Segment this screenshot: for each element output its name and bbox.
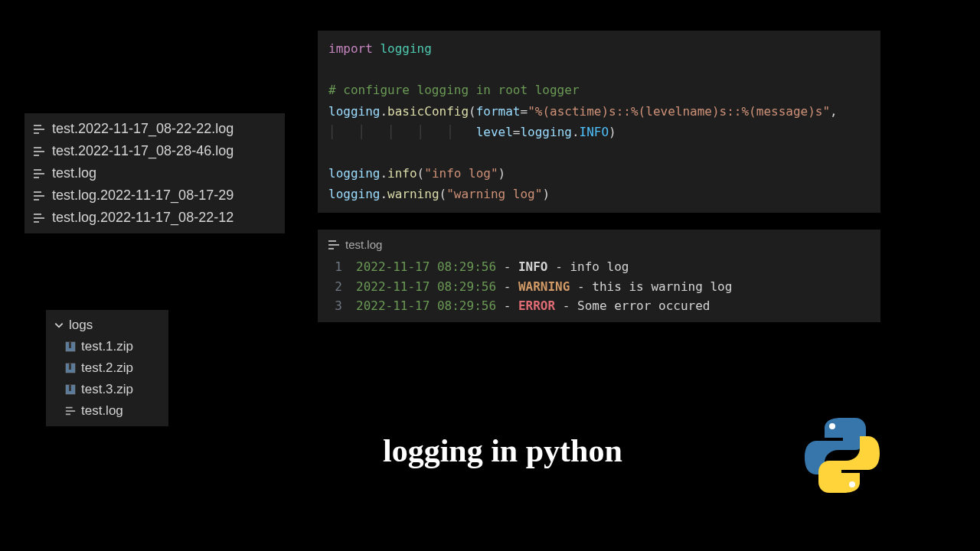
log-file-icon xyxy=(327,240,341,250)
folder-label: logs xyxy=(69,318,93,333)
tree-item[interactable]: test.log xyxy=(54,400,161,422)
log-level: WARNING xyxy=(518,279,570,294)
svg-point-7 xyxy=(849,481,855,487)
slide-title: logging in python xyxy=(383,432,622,469)
svg-rect-3 xyxy=(69,364,71,370)
code-line: # configure logging in root logger xyxy=(328,80,870,100)
log-message: Some error occured xyxy=(577,298,710,313)
func: basicConfig xyxy=(387,104,469,119)
file-row[interactable]: test.2022-11-17_08-22-22.log xyxy=(32,118,277,140)
log-timestamp: 2022-11-17 08:29:56 xyxy=(356,298,496,313)
zip-file-icon xyxy=(64,341,77,353)
file-name: test.log.2022-11-17_08-17-29 xyxy=(52,187,234,204)
log-file-icon xyxy=(32,213,46,223)
file-name: test.2022-11-17_08-28-46.log xyxy=(52,143,234,159)
string-literal: "info log" xyxy=(424,166,498,181)
log-file-icon xyxy=(32,146,46,157)
obj: logging xyxy=(328,187,380,201)
file-row[interactable]: test.log.2022-11-17_08-17-29 xyxy=(32,184,277,207)
log-output-panel: test.log 1 2022-11-17 08:29:56 - INFO - … xyxy=(318,230,880,322)
zip-file-icon xyxy=(64,362,77,374)
svg-rect-5 xyxy=(69,385,71,391)
log-line: 1 2022-11-17 08:29:56 - INFO - info log xyxy=(327,257,871,277)
tree-item-label: test.1.zip xyxy=(81,339,133,354)
line-number: 1 xyxy=(327,257,342,277)
zip-file-icon xyxy=(64,383,77,396)
tree-item[interactable]: test.2.zip xyxy=(54,357,161,379)
svg-point-6 xyxy=(829,423,835,429)
log-file-icon xyxy=(64,405,77,417)
folder-tree-panel: logs test.1.zip test.2.zip test.3.zip te… xyxy=(46,310,168,426)
log-message: info log xyxy=(570,259,629,274)
string-literal: "%(asctime)s::%(levelname)s::%(message)s… xyxy=(528,104,830,119)
obj: logging xyxy=(328,166,380,181)
module-name: logging xyxy=(380,41,431,56)
file-row[interactable]: test.log xyxy=(32,162,277,184)
log-timestamp: 2022-11-17 08:29:56 xyxy=(356,279,496,294)
func: info xyxy=(387,166,417,181)
tree-item-label: test.log xyxy=(81,403,123,419)
comment: # configure logging in root logger xyxy=(328,83,580,97)
param: format xyxy=(476,104,521,119)
obj: logging xyxy=(520,125,571,139)
obj: logging xyxy=(328,104,380,119)
log-level: ERROR xyxy=(518,298,555,313)
code-line xyxy=(328,142,870,163)
param: level xyxy=(476,125,513,139)
func: warning xyxy=(387,187,439,201)
line-number: 2 xyxy=(327,277,342,297)
log-file-icon xyxy=(32,124,46,135)
code-line xyxy=(328,59,870,80)
log-tab[interactable]: test.log xyxy=(327,236,871,254)
tree-item[interactable]: test.3.zip xyxy=(54,379,161,400)
file-name: test.log.2022-11-17_08-22-12 xyxy=(52,210,234,226)
log-message: this is warning log xyxy=(592,279,732,294)
code-editor[interactable]: import logging # configure logging in ro… xyxy=(318,31,880,213)
log-file-icon xyxy=(32,168,46,179)
tree-item-label: test.3.zip xyxy=(81,382,133,397)
log-line: 2 2022-11-17 08:29:56 - WARNING - this i… xyxy=(327,277,871,297)
python-logo-icon xyxy=(800,413,884,497)
file-row[interactable]: test.log.2022-11-17_08-22-12 xyxy=(32,207,277,229)
code-line: │ │ │ │ │ level=logging.INFO) xyxy=(328,122,870,142)
string-literal: "warning log" xyxy=(446,187,542,201)
file-name: test.2022-11-17_08-22-22.log xyxy=(52,121,234,137)
tree-item-label: test.2.zip xyxy=(81,360,133,376)
code-line: logging.basicConfig(format="%(asctime)s:… xyxy=(328,101,870,122)
log-line: 3 2022-11-17 08:29:56 - ERROR - Some err… xyxy=(327,296,871,316)
log-file-icon xyxy=(32,191,46,201)
code-line: import logging xyxy=(328,38,870,59)
code-line: logging.warning("warning log") xyxy=(328,184,870,204)
chevron-down-icon xyxy=(54,320,64,331)
log-level: INFO xyxy=(518,259,548,274)
line-number: 3 xyxy=(327,296,342,316)
folder-logs[interactable]: logs xyxy=(54,315,161,336)
kw-import: import xyxy=(328,41,373,56)
svg-rect-1 xyxy=(69,342,71,348)
log-tab-label: test.log xyxy=(345,236,382,254)
tree-item[interactable]: test.1.zip xyxy=(54,336,161,357)
log-files-panel: test.2022-11-17_08-22-22.log test.2022-1… xyxy=(24,113,285,233)
code-line: logging.info("info log") xyxy=(328,163,870,184)
file-name: test.log xyxy=(52,165,96,181)
log-timestamp: 2022-11-17 08:29:56 xyxy=(356,259,496,274)
enum: INFO xyxy=(580,125,609,139)
file-row[interactable]: test.2022-11-17_08-28-46.log xyxy=(32,140,277,162)
